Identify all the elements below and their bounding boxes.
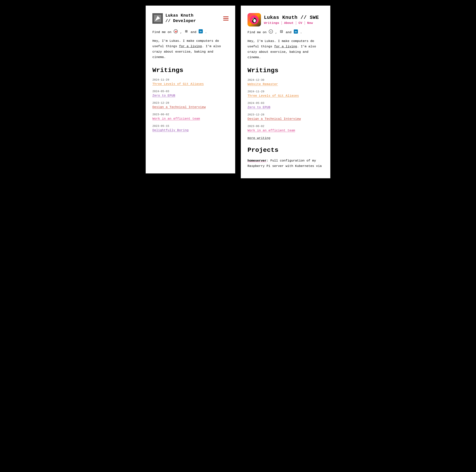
writing-entry-desktop-0: 2024-12-30 Website Remaster: [248, 79, 323, 86]
github-icon-desktop[interactable]: ⊙: [269, 30, 273, 35]
writing-date: 2023-05-15: [153, 125, 228, 128]
writing-entry-mobile-3: 2023-06-02 Work in an efficient team: [153, 113, 228, 120]
writings-list-desktop: 2024-12-30 Website Remaster 2024-11-29 T…: [248, 79, 323, 132]
mobile-panel: Lukas Knuth // Developer Find me on 🐙 ,: [146, 6, 235, 173]
writing-date: 2023-06-02: [153, 113, 228, 116]
writing-entry-mobile-0: 2024-11-29 Three Levels of Git Aliases: [153, 78, 228, 86]
writing-entry-mobile-4: 2023-05-15 Delightfully Boring: [153, 125, 228, 132]
writing-entry-desktop-4: 2023-06-02 Work in an efficient team: [248, 125, 323, 132]
bio-desktop: Hey, I'm Lukas. I make computers do usef…: [248, 39, 323, 60]
writing-entry-mobile-2: 2023-12-28 Design a Technical Interview: [153, 101, 228, 109]
writing-link[interactable]: Design a Technical Interview: [248, 117, 323, 121]
find-me-mobile: Find me on 🐙 , and in .: [153, 29, 228, 35]
desktop-logo: [248, 13, 261, 26]
writings-list-mobile: 2024-11-29 Three Levels of Git Aliases 2…: [153, 78, 228, 132]
stackoverflow-icon-desktop[interactable]: [279, 30, 284, 35]
writings-title-mobile: Writings: [153, 67, 228, 74]
homeserver-link[interactable]: homeserver: [248, 159, 267, 162]
mobile-site-title: Lukas Knuth // Developer: [166, 13, 196, 24]
nav-writings[interactable]: Writings: [264, 21, 279, 25]
find-me-desktop: Find me on ⊙ , and in .: [248, 30, 323, 35]
desktop-nav: Writings ┊ About ┊ CV ┊ Now: [264, 21, 319, 25]
writing-link[interactable]: Three Levels of Git Aliases: [153, 82, 228, 86]
writing-entry-desktop-2: 2024-05-03 Zero to EPUB: [248, 102, 323, 109]
svg-text:in: in: [295, 30, 297, 33]
nav-about[interactable]: About: [284, 21, 294, 25]
writing-link[interactable]: Design a Technical Interview: [153, 105, 228, 109]
more-writing-link[interactable]: more writing: [248, 136, 323, 140]
github-icon[interactable]: 🐙: [174, 29, 178, 35]
writing-link[interactable]: Website Remaster: [248, 83, 323, 86]
writing-link[interactable]: Delightfully Boring: [153, 129, 228, 132]
writings-title-desktop: Writings: [248, 67, 323, 74]
stackoverflow-icon[interactable]: [184, 29, 188, 35]
for-a-living-link-mobile[interactable]: for a living: [179, 45, 202, 48]
writing-date: 2023-06-02: [248, 125, 323, 128]
mobile-header-left: Lukas Knuth // Developer: [153, 13, 196, 24]
linkedin-icon-desktop[interactable]: in: [294, 30, 298, 35]
writing-link[interactable]: Work in an efficient team: [248, 129, 323, 132]
projects-intro: homeserver: Full configuration of my Ras…: [248, 158, 323, 169]
writing-link[interactable]: Work in an efficient team: [153, 117, 228, 120]
writing-date: 2023-12-28: [248, 113, 323, 116]
for-a-living-link-desktop[interactable]: for a living: [274, 45, 297, 48]
mobile-logo-icon: [154, 15, 161, 22]
mobile-header: Lukas Knuth // Developer: [153, 13, 228, 24]
writing-date: 2024-11-29: [153, 78, 228, 82]
desktop-panel: Lukas Knuth // SWE Writings ┊ About ┊ CV…: [241, 6, 330, 178]
writing-link[interactable]: Zero to EPUB: [153, 94, 228, 97]
svg-point-15: [253, 19, 256, 22]
writing-link[interactable]: Three Levels of Git Aliases: [248, 94, 323, 98]
bio-mobile: Hey, I'm Lukas. I make computers do usef…: [153, 38, 228, 60]
linkedin-icon[interactable]: in: [199, 29, 203, 35]
toucan-icon: [249, 15, 259, 25]
svg-text:in: in: [200, 30, 202, 33]
svg-text:⊙: ⊙: [270, 31, 272, 33]
svg-point-14: [253, 18, 254, 19]
writing-entry-desktop-3: 2023-12-28 Design a Technical Interview: [248, 113, 323, 121]
desktop-header-text: Lukas Knuth // SWE Writings ┊ About ┊ CV…: [264, 15, 319, 25]
writing-entry-desktop-1: 2024-11-29 Three Levels of Git Aliases: [248, 90, 323, 98]
svg-text:🐙: 🐙: [174, 30, 177, 33]
desktop-header: Lukas Knuth // SWE Writings ┊ About ┊ CV…: [248, 13, 323, 26]
writing-date: 2023-12-28: [153, 101, 228, 105]
projects-title-desktop: Projects: [248, 147, 323, 154]
writing-entry-mobile-1: 2024-05-03 Zero to EPUB: [153, 90, 228, 97]
writing-date: 2024-12-30: [248, 79, 323, 82]
nav-now[interactable]: Now: [307, 21, 313, 25]
writing-date: 2024-05-03: [248, 102, 323, 105]
desktop-site-title: Lukas Knuth // SWE: [264, 15, 319, 20]
mobile-avatar: [153, 13, 163, 24]
writing-link[interactable]: Zero to EPUB: [248, 105, 323, 109]
nav-cv[interactable]: CV: [298, 21, 302, 25]
writing-date: 2024-05-03: [153, 90, 228, 93]
hamburger-menu-button[interactable]: [223, 17, 228, 20]
writing-date: 2024-11-29: [248, 90, 323, 93]
